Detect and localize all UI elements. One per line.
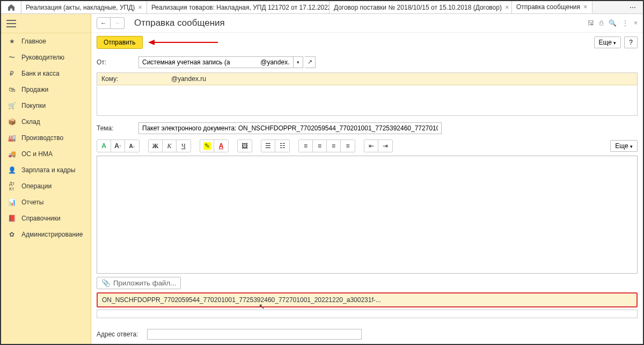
nav-forward-button[interactable]: → bbox=[111, 17, 125, 29]
person-icon: 👤 bbox=[6, 166, 17, 174]
home-icon: ★ bbox=[6, 37, 17, 46]
menu-icon[interactable] bbox=[6, 20, 16, 27]
help-button[interactable]: ? bbox=[624, 36, 638, 48]
font-shrink-button[interactable]: А↓ bbox=[125, 140, 139, 152]
attach-file-button[interactable]: 📎 Приложить файл... bbox=[97, 277, 181, 289]
font-color-button[interactable]: А bbox=[214, 140, 228, 152]
indent-button[interactable]: ⇥ bbox=[378, 140, 392, 152]
font-normal-button[interactable]: А bbox=[97, 140, 111, 152]
sidebar-item-admin[interactable]: ✿Администрирование bbox=[1, 226, 91, 243]
ops-icon: ДтКт bbox=[6, 182, 17, 190]
sidebar-item-sales[interactable]: 🛍Продажи bbox=[1, 82, 91, 98]
save-icon[interactable]: 🖫 bbox=[588, 19, 594, 27]
sidebar-item-main[interactable]: ★Главное bbox=[1, 33, 91, 49]
send-button[interactable]: Отправить bbox=[97, 36, 143, 49]
sidebar-item-warehouse[interactable]: 📦Склад bbox=[1, 114, 91, 130]
gear-icon: ✿ bbox=[6, 230, 17, 239]
nav-back-button[interactable]: ← bbox=[97, 17, 111, 29]
from-dropdown-button[interactable]: ▾ bbox=[294, 56, 303, 68]
tab-1[interactable]: Реализация товаров: Накладная, УПД 12170… bbox=[147, 1, 330, 13]
cart-icon: 🛒 bbox=[6, 101, 17, 110]
tab-0[interactable]: Реализация (акты, накладные, УПД)× bbox=[21, 1, 147, 13]
tabs-bar: Реализация (акты, накладные, УПД)× Реали… bbox=[1, 1, 643, 14]
attachment-highlight: ON_NSCHFDOPPR_7702059544_770201001_77253… bbox=[97, 292, 638, 307]
close-icon[interactable]: × bbox=[505, 3, 509, 11]
outdent-button[interactable]: ⇤ bbox=[364, 140, 378, 152]
message-body[interactable] bbox=[97, 156, 638, 274]
sidebar-item-assets[interactable]: 🚚ОС и НМА bbox=[1, 146, 91, 162]
truck-icon: 🚚 bbox=[6, 150, 17, 158]
subject-input[interactable] bbox=[138, 122, 442, 134]
italic-button[interactable]: К bbox=[163, 140, 177, 152]
print-icon[interactable]: ⎙ bbox=[599, 19, 603, 27]
recipients-box: Кому: @yandex.ru bbox=[97, 72, 638, 116]
chart-icon: 〜 bbox=[6, 53, 17, 62]
bag-icon: 🛍 bbox=[6, 85, 17, 94]
sidebar-item-directories[interactable]: 📕Справочники bbox=[1, 210, 91, 226]
cursor-icon: ↖ bbox=[259, 302, 265, 311]
align-center-button[interactable]: ≡ bbox=[313, 140, 327, 152]
sidebar-item-purchases[interactable]: 🛒Покупки bbox=[1, 98, 91, 114]
svg-marker-1 bbox=[148, 40, 155, 45]
sidebar-item-manager[interactable]: 〜Руководителю bbox=[1, 49, 91, 65]
align-right-button[interactable]: ≡ bbox=[327, 140, 341, 152]
subject-label: Тема: bbox=[97, 124, 138, 132]
close-icon[interactable]: × bbox=[138, 3, 142, 11]
reply-address-label: Адрес ответа: bbox=[97, 331, 145, 338]
paperclip-icon: 📎 bbox=[101, 279, 111, 287]
highlight-button[interactable]: ✎ bbox=[200, 140, 214, 152]
kebab-icon[interactable]: ⋮ bbox=[622, 19, 628, 27]
search-icon[interactable]: 🔍 bbox=[609, 19, 617, 27]
align-left-button[interactable]: ≡ bbox=[299, 140, 313, 152]
numbered-list-button[interactable]: ☷ bbox=[275, 140, 289, 152]
editor-toolbar: А А↑ А↓ Ж К Ч ✎ А 🖼 ☰ ☷ bbox=[97, 140, 638, 152]
from-open-button[interactable]: ↗ bbox=[305, 56, 316, 68]
ruble-icon: ₽ bbox=[6, 69, 17, 78]
bars-icon: 📊 bbox=[6, 198, 17, 207]
tab-2[interactable]: Договор поставки № 2018/10/15 от 15.10.2… bbox=[330, 1, 512, 13]
page-title: Отправка сообщения bbox=[134, 18, 225, 28]
to-value[interactable]: @yandex.ru bbox=[166, 75, 633, 83]
sidebar-item-production[interactable]: 🏭Производство bbox=[1, 130, 91, 146]
sidebar-item-bank[interactable]: ₽Банк и касса bbox=[1, 65, 91, 82]
insert-image-button[interactable]: 🖼 bbox=[238, 140, 252, 152]
editor-more-button[interactable]: Еще ▾ bbox=[610, 140, 638, 152]
sidebar-item-hr[interactable]: 👤Зарплата и кадры bbox=[1, 162, 91, 178]
bullet-list-button[interactable]: ☰ bbox=[261, 140, 275, 152]
from-input[interactable] bbox=[138, 56, 294, 68]
sidebar-item-operations[interactable]: ДтКтОперации bbox=[1, 178, 91, 194]
sidebar-item-reports[interactable]: 📊Отчеты bbox=[1, 194, 91, 210]
tab-overflow[interactable]: ⋯ bbox=[623, 1, 643, 13]
close-page-icon[interactable]: × bbox=[634, 19, 638, 27]
align-justify-button[interactable]: ≡ bbox=[341, 140, 355, 152]
box-icon: 📦 bbox=[6, 118, 17, 126]
close-icon[interactable]: × bbox=[583, 3, 588, 11]
attachment-item[interactable]: ON_NSCHFDOPPR_7702059544_770201001_77253… bbox=[98, 293, 636, 306]
font-grow-button[interactable]: А↑ bbox=[111, 140, 125, 152]
home-tab[interactable] bbox=[1, 1, 21, 13]
arrow-annotation bbox=[148, 39, 218, 46]
more-button[interactable]: Еще ▾ bbox=[594, 36, 621, 48]
from-label: От: bbox=[97, 58, 138, 66]
tab-3[interactable]: Отправка сообщения× bbox=[512, 1, 592, 13]
reply-address-input[interactable] bbox=[147, 329, 362, 340]
sidebar: ★Главное 〜Руководителю ₽Банк и касса 🛍Пр… bbox=[1, 14, 91, 344]
factory-icon: 🏭 bbox=[6, 134, 17, 142]
to-label: Кому: bbox=[101, 75, 166, 83]
book-icon: 📕 bbox=[6, 214, 17, 223]
underline-button[interactable]: Ч bbox=[177, 140, 191, 152]
bold-button[interactable]: Ж bbox=[149, 140, 163, 152]
